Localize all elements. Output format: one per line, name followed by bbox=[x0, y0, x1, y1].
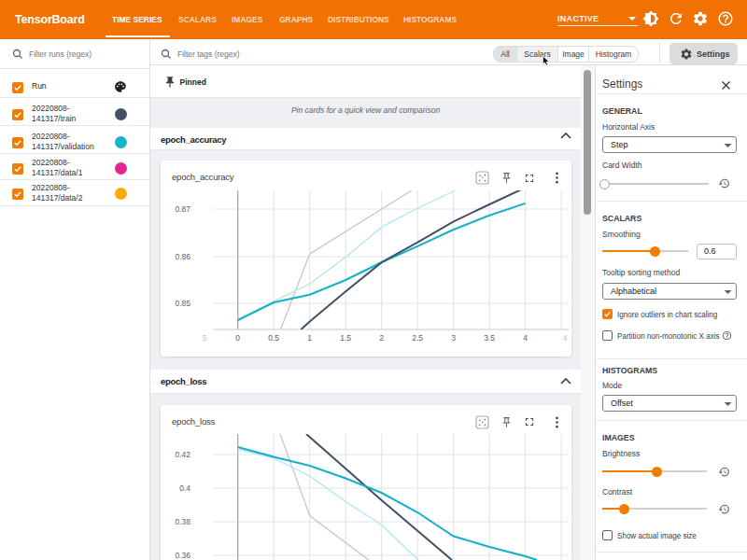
svg-text:2.5: 2.5 bbox=[412, 333, 423, 343]
svg-text:3.5: 3.5 bbox=[484, 333, 495, 343]
svg-text:0.42: 0.42 bbox=[175, 450, 190, 459]
svg-text:0: 0 bbox=[235, 333, 240, 343]
svg-text:0.36: 0.36 bbox=[175, 551, 190, 560]
svg-text:2: 2 bbox=[379, 333, 384, 343]
svg-text:1.5: 1.5 bbox=[340, 333, 351, 343]
svg-text:0.5: 0.5 bbox=[268, 333, 279, 343]
svg-text:0.86: 0.86 bbox=[175, 252, 190, 261]
svg-text:3: 3 bbox=[451, 333, 456, 343]
svg-text:0.85: 0.85 bbox=[175, 299, 190, 308]
svg-text:0.87: 0.87 bbox=[175, 204, 190, 214]
svg-text:5: 5 bbox=[203, 333, 207, 343]
svg-text:4: 4 bbox=[563, 333, 568, 343]
svg-text:1: 1 bbox=[307, 333, 312, 343]
svg-text:0.4: 0.4 bbox=[179, 483, 190, 493]
svg-text:4: 4 bbox=[523, 333, 528, 343]
svg-text:0.38: 0.38 bbox=[175, 517, 190, 526]
